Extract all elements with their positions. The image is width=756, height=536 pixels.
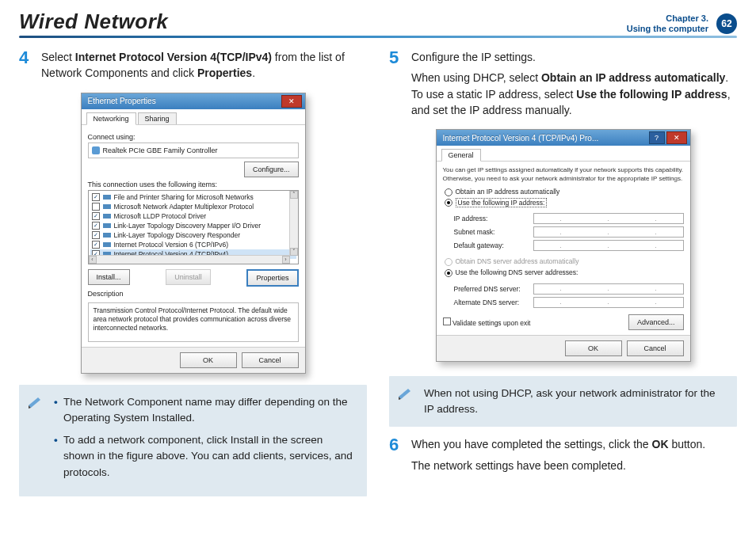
radio-obtain-dns: Obtain DNS server address automatically bbox=[445, 257, 684, 266]
list-item[interactable]: ✓Internet Protocol Version 6 (TCP/IPv6) bbox=[90, 240, 296, 249]
gateway-label: Default gateway: bbox=[454, 241, 533, 249]
radio-label: Use the following DNS server addresses: bbox=[456, 268, 578, 276]
close-icon[interactable]: ✕ bbox=[666, 131, 687, 144]
scroll-right-icon[interactable]: › bbox=[282, 256, 290, 264]
alt-dns-field[interactable]: ... bbox=[533, 297, 684, 308]
description-label: Description bbox=[88, 290, 299, 298]
radio-icon bbox=[445, 199, 452, 207]
chapter-line1: Chapter 3. bbox=[627, 13, 708, 24]
subnet-label: Subnet mask: bbox=[454, 228, 533, 236]
gateway-field[interactable]: ... bbox=[533, 240, 684, 251]
component-icon bbox=[103, 195, 111, 200]
note-bullet: •The Network Component name may differ d… bbox=[54, 394, 356, 427]
list-item[interactable]: ✓File and Printer Sharing for Microsoft … bbox=[90, 192, 296, 202]
validate-checkbox[interactable]: Validate settings upon exit bbox=[443, 317, 531, 327]
dialog-body: You can get IP settings assigned automat… bbox=[437, 162, 690, 335]
radio-icon bbox=[445, 269, 452, 277]
ethernet-properties-dialog: Ethernet Properties ✕ Networking Sharing… bbox=[81, 93, 306, 374]
install-button[interactable]: Install... bbox=[88, 269, 130, 285]
header-right: Chapter 3. Using the computer 62 bbox=[627, 13, 737, 34]
pref-dns-field[interactable]: ... bbox=[533, 283, 684, 295]
chapter-line2: Using the computer bbox=[627, 24, 708, 34]
tabstrip: Networking Sharing bbox=[82, 109, 305, 125]
tab-networking[interactable]: Networking bbox=[86, 112, 136, 125]
radio-label: Obtain DNS server address automatically bbox=[456, 257, 579, 265]
adapter-icon bbox=[92, 146, 100, 154]
left-column: 4 Select Internet Protocol Version 4(TCP… bbox=[19, 49, 367, 496]
v-scrollbar[interactable]: ˄˅ bbox=[289, 191, 298, 256]
ipv4-properties-dialog: Internet Protocol Version 4 (TCP/IPv4) P… bbox=[436, 129, 691, 362]
checkbox-icon[interactable]: ✓ bbox=[92, 193, 100, 201]
t: OK bbox=[652, 438, 669, 450]
components-list[interactable]: ✓File and Printer Sharing for Microsoft … bbox=[88, 190, 299, 264]
step-4: 4 Select Internet Protocol Version 4(TCP… bbox=[19, 49, 367, 86]
h-scrollbar[interactable]: ‹› bbox=[89, 255, 290, 264]
ip-address-label: IP address: bbox=[454, 215, 533, 222]
radio-label: Obtain an IP address automatically bbox=[456, 188, 560, 196]
cancel-button[interactable]: Cancel bbox=[627, 340, 684, 356]
tab-general[interactable]: General bbox=[441, 149, 481, 162]
header-rule bbox=[19, 36, 737, 38]
note-icon bbox=[397, 386, 413, 406]
list-item[interactable]: Microsoft Network Adapter Multiplexor Pr… bbox=[90, 202, 296, 211]
t: Internet Protocol Version 4(TCP/IPv4) bbox=[75, 51, 272, 63]
ok-button[interactable]: OK bbox=[565, 340, 622, 356]
pref-dns-label: Preferred DNS server: bbox=[454, 285, 533, 293]
step-text: Configure the IP settings. When using DH… bbox=[411, 49, 737, 123]
dialog-body: Connect using: Realtek PCIe GBE Family C… bbox=[82, 125, 305, 347]
item-label: Internet Protocol Version 6 (TCP/IPv6) bbox=[114, 241, 229, 249]
close-icon[interactable]: ✕ bbox=[281, 95, 302, 108]
right-column: 5 Configure the IP settings. When using … bbox=[389, 49, 737, 496]
ok-button[interactable]: OK bbox=[180, 352, 237, 368]
list-item[interactable]: ✓Link-Layer Topology Discovery Mapper I/… bbox=[90, 221, 296, 230]
component-icon bbox=[103, 233, 111, 238]
advanced-button[interactable]: Advanced... bbox=[628, 314, 684, 330]
scroll-up-icon[interactable]: ˄ bbox=[290, 191, 298, 199]
scroll-left-icon[interactable]: ‹ bbox=[89, 256, 97, 264]
configure-button[interactable]: Configure... bbox=[244, 162, 299, 177]
component-icon bbox=[103, 204, 111, 209]
tabstrip: General bbox=[437, 146, 690, 162]
note-box: •The Network Component name may differ d… bbox=[19, 385, 367, 496]
subnet-field[interactable]: ... bbox=[533, 226, 684, 238]
checkbox-icon[interactable]: ✓ bbox=[92, 231, 100, 239]
t: The network settings have been completed… bbox=[411, 458, 705, 473]
note-icon bbox=[27, 394, 43, 415]
ip-address-field[interactable]: ... bbox=[533, 213, 684, 224]
t: Configure the IP settings. bbox=[411, 49, 737, 65]
page-title: Wired Network bbox=[19, 10, 168, 34]
item-label: File and Printer Sharing for Microsoft N… bbox=[114, 193, 254, 201]
note-bullet: •To add a network component, click Insta… bbox=[54, 432, 356, 481]
titlebar: Internet Protocol Version 4 (TCP/IPv4) P… bbox=[437, 130, 690, 146]
chapter-label: Chapter 3. Using the computer bbox=[627, 13, 708, 34]
uninstall-button: Uninstall bbox=[166, 269, 211, 285]
help-icon[interactable]: ? bbox=[649, 131, 665, 144]
t: Obtain an IP address automatically bbox=[541, 71, 725, 84]
cancel-button[interactable]: Cancel bbox=[242, 352, 299, 368]
validate-label: Validate settings upon exit bbox=[452, 319, 531, 327]
checkbox-icon[interactable] bbox=[92, 203, 100, 211]
description-text: Transmission Control Protocol/Internet P… bbox=[88, 302, 299, 342]
t: Properties bbox=[197, 67, 252, 79]
alt-dns-label: Alternate DNS server: bbox=[454, 298, 533, 306]
list-item[interactable]: ✓Link-Layer Topology Discovery Responder bbox=[90, 230, 296, 240]
checkbox-icon[interactable]: ✓ bbox=[92, 241, 100, 249]
step-5: 5 Configure the IP settings. When using … bbox=[389, 49, 737, 123]
checkbox-icon[interactable]: ✓ bbox=[92, 212, 100, 220]
radio-use-dns[interactable]: Use the following DNS server addresses: bbox=[445, 268, 684, 277]
radio-label: Use the following IP address: bbox=[456, 198, 548, 207]
scroll-down-icon[interactable]: ˅ bbox=[290, 248, 298, 256]
radio-obtain-ip[interactable]: Obtain an IP address automatically bbox=[445, 188, 684, 196]
checkbox-icon[interactable]: ✓ bbox=[92, 222, 100, 230]
component-icon bbox=[103, 214, 111, 219]
list-item[interactable]: ✓Microsoft LLDP Protocol Driver bbox=[90, 211, 296, 221]
properties-button[interactable]: Properties bbox=[246, 269, 298, 287]
radio-icon bbox=[445, 188, 452, 196]
tab-sharing[interactable]: Sharing bbox=[138, 112, 177, 124]
step-number: 4 bbox=[19, 49, 33, 86]
explanation-text: You can get IP settings assigned automat… bbox=[443, 166, 684, 183]
radio-use-ip[interactable]: Use the following IP address: bbox=[445, 199, 684, 207]
step-text: When you have completed the settings, cl… bbox=[411, 436, 705, 478]
item-label: Microsoft LLDP Protocol Driver bbox=[114, 212, 207, 220]
dialog-footer: OK Cancel bbox=[82, 347, 305, 373]
